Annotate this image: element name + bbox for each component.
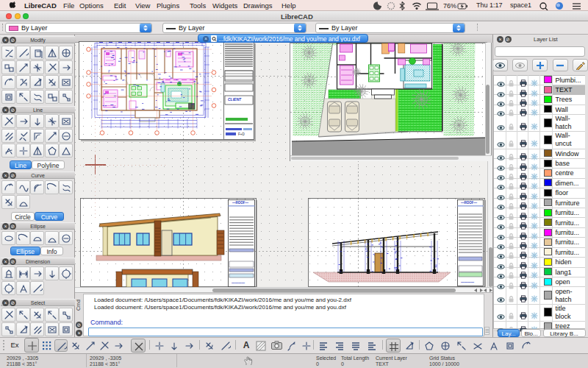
svg-text:—ROOF—: —ROOF—	[461, 201, 477, 205]
svg-text:————: ————	[232, 281, 245, 285]
svg-text:F+D: F+D	[238, 132, 245, 136]
svg-text:CLIENT: CLIENT	[228, 97, 242, 102]
svg-text:————: ————	[461, 280, 475, 284]
svg-text:—ROOF—: —ROOF—	[232, 201, 248, 205]
svg-text:76%: 76%	[443, 2, 456, 10]
